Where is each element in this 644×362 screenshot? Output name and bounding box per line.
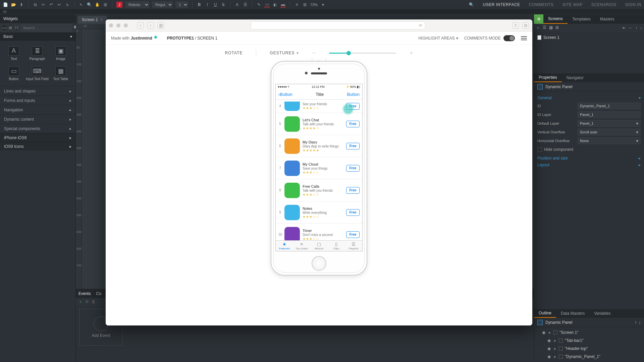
app-price-button[interactable]: Free [346,165,360,172]
tabbar-top-charts[interactable]: ≡ Top charts [293,241,311,251]
redo-icon[interactable]: ↵ [57,2,62,7]
app-row[interactable]: 6 My Diary Diary App to write things ★★★… [276,135,362,157]
traffic-max-icon[interactable] [124,23,128,27]
widget-category-navigation[interactable]: Navigation▸ [0,105,75,114]
browser-back-icon[interactable]: ‹ [137,22,144,29]
stroke-color-icon[interactable]: ▭ [264,2,270,7]
nav-ui[interactable]: USER INTERFACE [483,2,520,7]
browser-share-icon[interactable]: ⇧ [512,22,519,29]
app-price-button[interactable]: Free [346,121,360,127]
widget-library-iphone-ios9[interactable]: iPhone iOS9▸ [0,133,75,142]
strike-icon[interactable]: S̶ [221,2,226,7]
tab-datamasters[interactable]: Data Masters [556,309,589,318]
widget-text[interactable]: A Text [2,43,25,63]
app-price-button[interactable]: Free [346,231,360,238]
section-position-size[interactable]: Position and size▸ [537,156,641,161]
widget-mode-2-icon[interactable]: ⊞ [8,25,12,31]
app-row[interactable]: 10 Timer Don't miss a second ★★★☆☆ Free [276,224,362,240]
font-family-select[interactable]: Roboto [125,1,149,8]
twisty-icon[interactable]: ▸ [548,330,551,335]
widget-category-special-components[interactable]: Special components▸ [0,124,75,133]
outline-item[interactable]: ◉ ▸ "Header-top" [536,345,642,353]
widget-mode-1-icon[interactable]: ▭ [2,25,6,31]
visibility-icon[interactable]: ◉ [547,338,551,343]
simulate-gear-icon[interactable]: ⚙ [534,14,543,24]
tab-screens[interactable]: Screens [543,14,568,24]
app-row[interactable]: 9 Notes Write everything ★★★☆☆ Free [276,201,362,224]
tabbar-clips[interactable]: ▯ Clips [328,241,345,251]
outline-item[interactable]: ◉ ▸ "Dynamic_Panel_1" [536,353,642,361]
widget-category-dynamic-content[interactable]: Dynamic content▸ [0,114,75,124]
browser-address-bar[interactable]: ⟳ [251,21,425,29]
thumb-view-icon[interactable]: ⊞ [555,25,559,31]
browser-fwd-icon[interactable]: › [147,22,154,29]
widget-input-text-field[interactable]: ⌨ Input Text Field [25,63,49,83]
hide-component-row[interactable]: Hide component [537,145,641,154]
new-icon[interactable]: 📄 [3,2,8,7]
traffic-min-icon[interactable] [116,23,120,27]
widget-search-input[interactable] [21,24,72,31]
font-size-select[interactable]: 10 [175,1,188,8]
comments-mode-switch[interactable] [503,35,515,41]
zoom-icon[interactable]: 🔍 [87,2,92,7]
widget-mode-3-icon[interactable]: ☷ [14,25,19,31]
outline-item[interactable]: ◉ ▸ "Tab-bar1" [536,337,642,345]
prop-value[interactable]: Panel_1▾ [578,120,641,127]
app-row[interactable]: 5 Let's Chat Talk with your friends ★★★★… [276,113,362,135]
screen-tab[interactable]: Screen 1 × [78,16,107,24]
tab-templates[interactable]: Templates [568,14,595,24]
widget-library-ios9-icons[interactable]: iOS9 Icons▸ [0,142,75,150]
line-height-icon[interactable]: ☰ [243,2,248,7]
zoom-in-icon[interactable]: + [410,50,413,57]
tabbar-playlists[interactable]: ☰ Playlists [345,241,362,251]
add-screen-icon[interactable]: ＋ [536,25,540,31]
device-screen[interactable]: ●●●●● ᯤ 12:12 PM ⚡80%▮▯ ‹ Button Title B… [275,84,363,251]
event-delete-icon[interactable]: 🗑 [92,299,96,304]
widget-category-select[interactable]: Basic▾ [0,33,75,41]
twisty-icon[interactable]: ▸ [553,346,557,351]
sign-in-link[interactable]: SIGN IN [625,2,641,7]
font-weight-select[interactable]: Regular [152,1,173,8]
screen-list-item[interactable]: Screen 1 [537,34,641,41]
app-price-button[interactable]: Free [346,143,360,149]
forward-icon[interactable]: ↳ [65,2,70,7]
browser-tabs-icon[interactable]: ⧉ [522,22,529,29]
visibility-icon[interactable]: ◉ [547,354,551,359]
prop-value[interactable]: Scroll auto▾ [578,129,641,135]
undo-icon[interactable]: ↶ [49,2,54,7]
prop-value[interactable]: None▾ [578,137,641,144]
outline-down-icon[interactable]: ↓ [639,320,641,325]
app-row[interactable]: 8 Free Calls Talk with you friends ★★★☆☆… [276,179,362,201]
tab-properties[interactable]: Properties [534,73,562,82]
underline-icon[interactable]: U [213,2,218,7]
app-list[interactable]: 4 See your friends ★★★☆☆ Free 5 Let's Ch… [276,100,362,240]
browser-reload-icon[interactable]: ⟳ [419,23,422,28]
widget-image[interactable]: ▣ Image [49,43,72,63]
fill-color-icon[interactable]: ▬ [280,2,286,7]
nav-comments[interactable]: COMMENTS [529,2,554,7]
align-icon[interactable]: ≡ [294,2,300,7]
gestures-dropdown[interactable]: GESTURES ▾ [270,51,299,55]
tab-variables[interactable]: Variables [589,309,615,318]
distribute-icon[interactable]: ⊞ [302,2,308,7]
tab-masters[interactable]: Masters [595,14,619,24]
widget-category-forms-and-inputs[interactable]: Forms and inputs▸ [0,96,75,105]
nav-first-icon[interactable]: ⇤ [623,25,626,30]
widget-paragraph[interactable]: ≣ Paragraph [25,43,49,63]
zoom-slider[interactable] [329,53,396,54]
visibility-icon[interactable]: ◉ [547,346,551,351]
nav-sitemap[interactable]: SITE MAP [562,2,583,7]
nav-scenarios[interactable]: SCENARIOS [591,2,616,7]
nav-action-button[interactable]: Button [347,92,360,97]
phone-home-button[interactable] [312,256,326,271]
opacity-icon[interactable]: ◐ [272,2,278,7]
open-icon[interactable]: 📂 [11,2,16,7]
nav-back-button[interactable]: ‹ Button [278,92,292,97]
widget-button[interactable]: ▭ Button [2,63,25,83]
events-tab-2[interactable]: Co [96,291,101,296]
highlight-areas-toggle[interactable]: HIGHLIGHT AREAS ▾ [418,36,458,41]
tab-outline[interactable]: Outline [534,309,556,318]
stamp-icon[interactable]: ⊞ [103,2,108,7]
events-tab[interactable]: Events [78,291,91,296]
app-row[interactable]: 7 My Cloud Save your things ★★★☆☆ Free [276,157,362,179]
